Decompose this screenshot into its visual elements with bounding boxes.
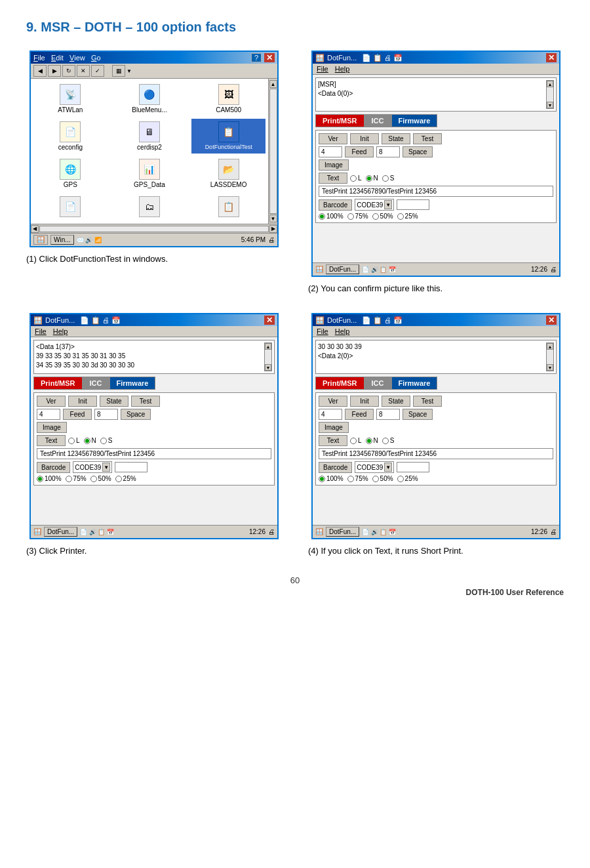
space-btn-4[interactable]: Space [403,409,433,420]
icon-atwlan[interactable]: 📡 ATWLan [33,81,108,116]
close-icon-2[interactable]: ✕ [546,53,557,62]
icon-lassdemo[interactable]: 📂 LASSDEMO [191,156,266,191]
pct-75-2[interactable]: 75% [347,213,368,220]
check-btn[interactable]: ✓ [91,65,104,77]
icon-ceconfig[interactable]: 📄 ceconfig [33,119,108,154]
space-input-4[interactable] [376,409,400,420]
tab-firmware-2[interactable]: Firmware [391,114,438,127]
feed-btn-4[interactable]: Feed [345,409,374,420]
radio-n-2[interactable]: N [366,175,378,182]
text-btn-2[interactable]: Text [319,173,347,184]
space-input-2[interactable] [376,146,400,157]
text-btn-4[interactable]: Text [319,435,347,446]
space-input-3[interactable] [94,409,118,420]
pct-100-2[interactable]: 100% [319,213,344,220]
forward-btn[interactable]: ▶ [48,65,61,77]
scroll-down-btn[interactable]: ▼ [269,215,277,222]
start-button[interactable]: 🪟 [33,235,48,245]
scroll-up-btn[interactable]: ▲ [269,80,277,88]
ta3-scroll-down[interactable]: ▼ [265,364,271,371]
radio-l-2[interactable]: L [350,175,362,182]
icon-blank2[interactable]: 🗂 [113,194,187,221]
radio-s-2[interactable]: S [382,175,395,182]
menu-file-4[interactable]: File [317,327,328,335]
menu-help-3[interactable]: Help [53,327,68,335]
textarea-scrollbar-2[interactable]: ▲ ▼ [546,80,554,109]
barcode-input-2[interactable] [397,199,429,210]
ver-btn-4[interactable]: Ver [319,396,347,407]
tab-icc-2[interactable]: ICC [364,114,391,127]
icon-gps[interactable]: 🌐 GPS [33,156,108,191]
radio-l-3[interactable]: L [68,437,80,444]
radio-n-3[interactable]: N [84,437,96,444]
text-btn-3[interactable]: Text [37,435,66,446]
win1-scrollbar-h[interactable]: ◀ ▶ [31,224,277,233]
image-btn-3[interactable]: Image [37,422,67,433]
textarea-scrollbar-4[interactable]: ▲ ▼ [546,342,554,371]
ver-btn-3[interactable]: Ver [37,396,66,407]
feed-input-2[interactable] [319,146,342,157]
close-icon[interactable]: ✕ [264,53,275,62]
pct-25-3[interactable]: 25% [115,475,136,482]
win-taskbar-item[interactable]: Win... [50,235,74,245]
barcode-dropdown-2[interactable]: ▼ [384,200,392,209]
init-btn-3[interactable]: Init [68,396,97,407]
init-btn-2[interactable]: Init [350,133,379,144]
pct-50-2[interactable]: 50% [372,213,393,220]
tab-print-msr-4[interactable]: Print/MSR [315,377,364,390]
feed-input-4[interactable] [319,409,342,420]
icon-gps-data[interactable]: 📊 GPS_Data [113,156,187,191]
pct-100-4[interactable]: 100% [319,475,344,482]
dotfun-tb-3[interactable]: DotFun... [44,527,77,537]
test-btn-3[interactable]: Test [131,396,160,407]
pct-75-3[interactable]: 75% [66,475,87,482]
close-icon-4[interactable]: ✕ [546,316,557,325]
ta-scroll-up[interactable]: ▲ [547,81,553,87]
barcode-select-4[interactable]: CODE39 ▼ [355,461,394,473]
ver-btn-2[interactable]: Ver [319,133,347,144]
icon-dotfunctiontest[interactable]: 📋 DotFunctionalTest [191,119,266,154]
barcode-dropdown-3[interactable]: ▼ [102,463,110,472]
barcode-select-3[interactable]: CODE39 ▼ [73,461,112,473]
tab-print-msr-2[interactable]: Print/MSR [315,114,364,127]
space-btn-2[interactable]: Space [403,146,433,157]
state-btn-2[interactable]: State [382,133,410,144]
barcode-select-2[interactable]: CODE39 ▼ [355,199,394,211]
pct-25-4[interactable]: 25% [397,475,418,482]
barcode-input-3[interactable] [115,462,148,472]
icon-cerdisp2[interactable]: 🖥 cerdisp2 [113,119,187,154]
menu-help-2[interactable]: Help [335,65,350,73]
barcode-dropdown-4[interactable]: ▼ [384,463,392,472]
help-icon[interactable]: ? [251,53,262,62]
view-btn[interactable]: ▦ [112,65,125,77]
space-btn-3[interactable]: Space [121,409,151,420]
close-icon-3[interactable]: ✕ [264,316,275,325]
ta4-scroll-down[interactable]: ▼ [547,364,553,371]
feed-btn-3[interactable]: Feed [63,409,92,420]
win1-scrollbar-v[interactable]: ▲ ▼ [268,79,277,224]
radio-s-3[interactable]: S [100,437,113,444]
menu-file-2[interactable]: File [317,65,328,73]
feed-btn-2[interactable]: Feed [345,146,374,157]
tab-icc-3[interactable]: ICC [83,377,109,390]
icon-cam500[interactable]: 🖼 CAM500 [191,81,266,116]
dotfun-tb-4[interactable]: DotFun... [326,527,359,537]
icon-blank1[interactable]: 📄 [33,194,108,221]
state-btn-3[interactable]: State [100,396,128,407]
icon-bluemenu[interactable]: 🔵 BlueMenu... [113,81,187,116]
test-btn-4[interactable]: Test [413,396,442,407]
radio-n-4[interactable]: N [366,437,378,444]
scroll-left-btn[interactable]: ◀ [31,225,39,233]
pct-50-3[interactable]: 50% [90,475,111,482]
feed-input-3[interactable] [37,409,60,420]
image-btn-4[interactable]: Image [319,422,349,433]
radio-l-4[interactable]: L [350,437,362,444]
menu-file-3[interactable]: File [35,327,47,335]
pct-100-3[interactable]: 100% [37,475,62,482]
tab-icc-4[interactable]: ICC [364,377,391,390]
radio-s-4[interactable]: S [382,437,395,444]
menu-help-4[interactable]: Help [335,327,350,335]
tab-firmware-3[interactable]: Firmware [109,377,156,390]
test-btn-2[interactable]: Test [413,133,442,144]
ta-scroll-down[interactable]: ▼ [547,102,553,108]
